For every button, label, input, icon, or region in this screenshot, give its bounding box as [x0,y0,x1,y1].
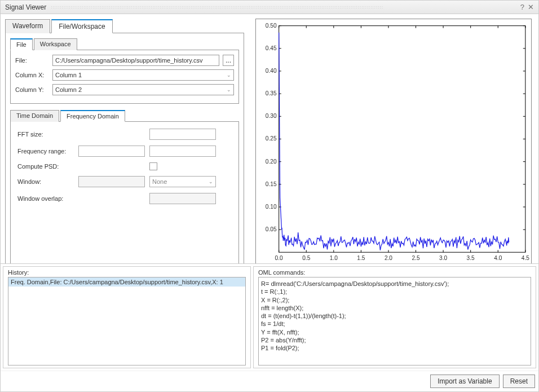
oml-line: R= dlmread('C:/Users/campagna/Desktop/su… [261,280,528,288]
coly-label: Column Y: [15,86,49,93]
titlebar-grip[interactable]: ::::::::::::::::::::::::::::::::::::::::… [51,5,520,10]
signal-viewer-window: Signal Viewer ::::::::::::::::::::::::::… [0,0,539,392]
overlap-input [149,193,216,204]
history-panel: History: Freq. Domain,File: C:/Users/cam… [3,266,251,368]
left-panel: Waveform File/Workspace File Workspace F… [1,14,249,263]
svg-text:4.5: 4.5 [522,255,529,261]
window-title: Signal Viewer [5,3,46,11]
oml-line: t = R(:,1); [261,288,528,296]
oml-line: P2 = abs(Y/nfft); [261,336,528,344]
svg-text:0.50: 0.50 [266,23,277,29]
psd-checkbox[interactable] [149,162,157,170]
history-list[interactable]: Freq. Domain,File: C:/Users/campagna/Des… [8,277,246,365]
svg-text:0.20: 0.20 [266,158,277,165]
right-panel: 0.050.100.150.200.250.300.350.400.450.50… [249,14,538,263]
svg-text:0.30: 0.30 [266,113,277,119]
fft-size-input[interactable] [149,129,216,140]
chart-svg: 0.050.100.150.200.250.300.350.400.450.50… [256,19,531,263]
tab-frequency-domain[interactable]: Frequency Domain [60,110,125,122]
reset-button[interactable]: Reset [503,375,535,388]
oml-line: fs = 1/dt; [261,320,528,328]
freq-range-min-input[interactable] [78,146,145,157]
svg-text:1.5: 1.5 [357,255,365,261]
svg-rect-0 [279,26,525,253]
colx-select[interactable]: Column 1⌄ [52,69,234,81]
oml-label: OML commands: [258,269,531,276]
oml-commands[interactable]: R= dlmread('C:/Users/campagna/Desktop/su… [258,277,531,365]
chevron-down-icon: ⌄ [227,87,231,93]
outer-tab-body: File Workspace File: C:/Users/campagna/D… [5,33,244,263]
svg-text:1.0: 1.0 [330,255,338,261]
window-input [78,176,145,187]
help-icon[interactable]: ? [520,3,524,11]
svg-text:2.5: 2.5 [412,255,419,261]
main-content: Waveform File/Workspace File Workspace F… [1,14,538,263]
psd-label: Compute PSD: [17,163,74,170]
tab-time-domain[interactable]: Time Domain [10,110,59,122]
coly-select[interactable]: Column 2⌄ [52,84,234,95]
svg-text:3.5: 3.5 [467,255,475,261]
history-item[interactable]: Freq. Domain,File: C:/Users/campagna/Des… [8,278,245,287]
bottom-section: History: Freq. Domain,File: C:/Users/cam… [1,263,538,371]
oml-line: nfft = length(X); [261,304,528,312]
close-icon[interactable]: ✕ [528,3,534,11]
window-label: Window: [17,178,74,185]
oml-line: P1 = fold(P2); [261,344,528,352]
file-label: File: [15,57,49,64]
file-path-input[interactable]: C:/Users/campagna/Desktop/support/time_h… [52,55,219,66]
svg-text:0.35: 0.35 [266,90,277,96]
chevron-down-icon: ⌄ [209,179,213,184]
oml-line: dt = (t(end)-t(1,1))/(length(t)-1); [261,312,528,320]
history-label: History: [8,269,246,276]
tab-workspace[interactable]: Workspace [34,38,77,50]
svg-text:0.45: 0.45 [266,45,277,51]
tab-file[interactable]: File [10,38,33,50]
file-body: File: C:/Users/campagna/Desktop/support/… [10,50,239,104]
svg-text:0.0: 0.0 [275,255,283,261]
svg-text:0.5: 0.5 [302,255,310,261]
bottom-buttons: Import as Variable Reset [1,371,538,391]
window-type-select[interactable]: None⌄ [149,176,216,187]
svg-text:3.0: 3.0 [439,255,447,261]
colx-label: Column X: [15,72,49,78]
oml-panel: OML commands: R= dlmread('C:/Users/campa… [253,266,536,368]
fft-size-label: FFT size: [17,131,74,138]
chart-frame[interactable]: 0.050.100.150.200.250.300.350.400.450.50… [255,19,532,263]
chevron-down-icon: ⌄ [227,72,231,78]
svg-text:0.05: 0.05 [266,226,277,232]
outer-tabs: Waveform File/Workspace [5,19,244,33]
titlebar: Signal Viewer ::::::::::::::::::::::::::… [1,1,538,14]
file-browse-button[interactable]: ... [223,55,234,66]
tab-waveform[interactable]: Waveform [5,19,50,33]
svg-text:4.0: 4.0 [494,255,502,261]
svg-text:0.10: 0.10 [266,204,277,210]
freq-range-max-input[interactable] [149,146,216,157]
svg-text:2.0: 2.0 [385,255,392,261]
import-variable-button[interactable]: Import as Variable [430,375,500,388]
svg-text:0.25: 0.25 [266,136,277,142]
tab-file-workspace[interactable]: File/Workspace [51,19,112,33]
oml-line: Y = fft(X, nfft); [261,328,528,336]
file-tabs: File Workspace [10,38,239,50]
svg-text:0.40: 0.40 [266,68,277,74]
svg-text:0.15: 0.15 [266,181,277,187]
domain-tabs: Time Domain Frequency Domain [10,109,239,122]
frequency-domain-body: FFT size: Frequency range: Compute PSD: [10,122,239,263]
overlap-label: Window overlap: [17,195,74,202]
freq-range-label: Frequency range: [17,148,74,155]
oml-line: X = R(:,2); [261,296,528,304]
